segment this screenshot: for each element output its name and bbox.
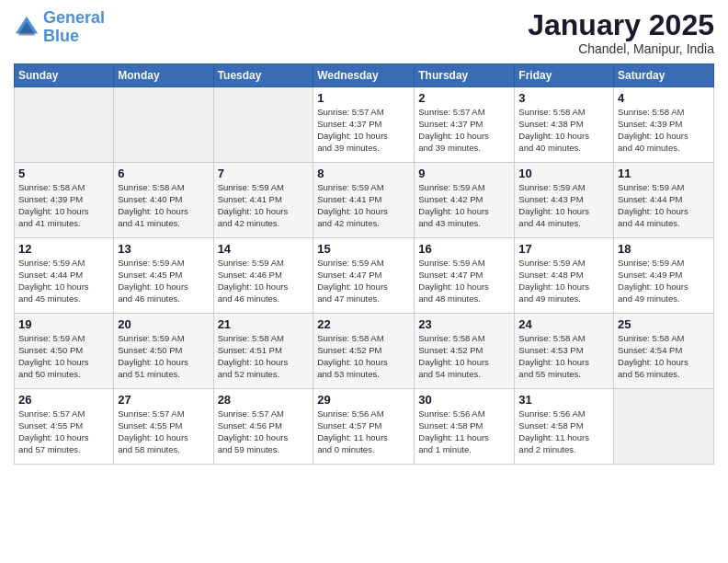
calendar-cell: 4Sunrise: 5:58 AM Sunset: 4:39 PM Daylig…: [614, 87, 714, 163]
calendar-cell: 29Sunrise: 5:56 AM Sunset: 4:57 PM Dayli…: [313, 389, 415, 465]
day-info: Sunrise: 5:59 AM Sunset: 4:50 PM Dayligh…: [118, 333, 209, 380]
logo-text: General Blue: [43, 9, 105, 46]
calendar-table: SundayMondayTuesdayWednesdayThursdayFrid…: [14, 63, 714, 465]
logo-line2: Blue: [43, 27, 79, 45]
calendar-cell: 30Sunrise: 5:56 AM Sunset: 4:58 PM Dayli…: [415, 389, 515, 465]
day-info: Sunrise: 5:58 AM Sunset: 4:52 PM Dayligh…: [317, 333, 410, 380]
day-number: 4: [618, 91, 710, 105]
day-info: Sunrise: 5:59 AM Sunset: 4:41 PM Dayligh…: [317, 182, 410, 229]
day-number: 8: [317, 167, 410, 180]
day-number: 10: [518, 167, 609, 180]
calendar-cell: 20Sunrise: 5:59 AM Sunset: 4:50 PM Dayli…: [114, 314, 213, 389]
weekday-header: Tuesday: [213, 64, 313, 87]
calendar-week-row: 12Sunrise: 5:59 AM Sunset: 4:44 PM Dayli…: [15, 238, 714, 314]
page-container: General Blue January 2025 Chandel, Manip…: [0, 0, 728, 474]
logo: General Blue: [14, 9, 105, 46]
day-info: Sunrise: 5:56 AM Sunset: 4:58 PM Dayligh…: [418, 408, 510, 455]
calendar-week-row: 26Sunrise: 5:57 AM Sunset: 4:55 PM Dayli…: [15, 389, 714, 465]
day-number: 6: [118, 167, 209, 180]
day-number: 29: [317, 393, 410, 407]
day-info: Sunrise: 5:57 AM Sunset: 4:37 PM Dayligh…: [317, 107, 410, 154]
calendar-cell: 10Sunrise: 5:59 AM Sunset: 4:43 PM Dayli…: [515, 163, 614, 238]
calendar-cell: 25Sunrise: 5:58 AM Sunset: 4:54 PM Dayli…: [614, 314, 714, 389]
day-info: Sunrise: 5:56 AM Sunset: 4:58 PM Dayligh…: [518, 408, 609, 455]
calendar-cell: 1Sunrise: 5:57 AM Sunset: 4:37 PM Daylig…: [313, 87, 415, 163]
day-info: Sunrise: 5:59 AM Sunset: 4:48 PM Dayligh…: [518, 258, 609, 304]
day-info: Sunrise: 5:59 AM Sunset: 4:44 PM Dayligh…: [618, 182, 710, 229]
calendar-cell: 3Sunrise: 5:58 AM Sunset: 4:38 PM Daylig…: [515, 87, 614, 163]
day-info: Sunrise: 5:57 AM Sunset: 4:55 PM Dayligh…: [18, 408, 109, 455]
day-number: 11: [618, 167, 710, 180]
calendar-cell: 13Sunrise: 5:59 AM Sunset: 4:45 PM Dayli…: [114, 238, 213, 314]
day-info: Sunrise: 5:59 AM Sunset: 4:44 PM Dayligh…: [18, 258, 109, 304]
day-info: Sunrise: 5:58 AM Sunset: 4:39 PM Dayligh…: [18, 182, 109, 229]
calendar-cell: 2Sunrise: 5:57 AM Sunset: 4:37 PM Daylig…: [415, 87, 515, 163]
day-number: 26: [18, 393, 109, 407]
calendar-cell: 14Sunrise: 5:59 AM Sunset: 4:46 PM Dayli…: [213, 238, 313, 314]
day-number: 14: [218, 242, 310, 256]
calendar-cell: [614, 389, 714, 465]
calendar-cell: 19Sunrise: 5:59 AM Sunset: 4:50 PM Dayli…: [15, 314, 114, 389]
day-info: Sunrise: 5:58 AM Sunset: 4:39 PM Dayligh…: [618, 107, 710, 154]
weekday-header: Saturday: [614, 64, 714, 87]
calendar-cell: 17Sunrise: 5:59 AM Sunset: 4:48 PM Dayli…: [515, 238, 614, 314]
calendar-cell: 24Sunrise: 5:58 AM Sunset: 4:53 PM Dayli…: [515, 314, 614, 389]
day-info: Sunrise: 5:59 AM Sunset: 4:47 PM Dayligh…: [418, 258, 510, 304]
day-info: Sunrise: 5:56 AM Sunset: 4:57 PM Dayligh…: [317, 408, 410, 455]
calendar-cell: 8Sunrise: 5:59 AM Sunset: 4:41 PM Daylig…: [313, 163, 415, 238]
day-number: 30: [418, 393, 510, 407]
title-block: January 2025 Chandel, Manipur, India: [528, 9, 714, 56]
calendar-cell: 16Sunrise: 5:59 AM Sunset: 4:47 PM Dayli…: [415, 238, 515, 314]
day-info: Sunrise: 5:58 AM Sunset: 4:51 PM Dayligh…: [218, 333, 310, 380]
calendar-cell: 27Sunrise: 5:57 AM Sunset: 4:55 PM Dayli…: [114, 389, 213, 465]
calendar-cell: 9Sunrise: 5:59 AM Sunset: 4:42 PM Daylig…: [415, 163, 515, 238]
day-info: Sunrise: 5:58 AM Sunset: 4:40 PM Dayligh…: [118, 182, 209, 229]
day-number: 7: [218, 167, 310, 180]
calendar-week-row: 5Sunrise: 5:58 AM Sunset: 4:39 PM Daylig…: [15, 163, 714, 238]
day-number: 16: [418, 242, 510, 256]
calendar-cell: 6Sunrise: 5:58 AM Sunset: 4:40 PM Daylig…: [114, 163, 213, 238]
day-number: 15: [317, 242, 410, 256]
day-info: Sunrise: 5:57 AM Sunset: 4:55 PM Dayligh…: [118, 408, 209, 455]
day-number: 13: [118, 242, 209, 256]
calendar-cell: 5Sunrise: 5:58 AM Sunset: 4:39 PM Daylig…: [15, 163, 114, 238]
day-info: Sunrise: 5:59 AM Sunset: 4:45 PM Dayligh…: [118, 258, 209, 304]
calendar-week-row: 1Sunrise: 5:57 AM Sunset: 4:37 PM Daylig…: [15, 87, 714, 163]
day-number: 19: [18, 317, 109, 331]
calendar-cell: [114, 87, 213, 163]
calendar-cell: 12Sunrise: 5:59 AM Sunset: 4:44 PM Dayli…: [15, 238, 114, 314]
day-number: 20: [118, 317, 209, 331]
weekday-header-row: SundayMondayTuesdayWednesdayThursdayFrid…: [15, 64, 714, 87]
calendar-cell: 18Sunrise: 5:59 AM Sunset: 4:49 PM Dayli…: [614, 238, 714, 314]
weekday-header: Thursday: [415, 64, 515, 87]
day-number: 24: [518, 317, 609, 331]
weekday-header: Wednesday: [313, 64, 415, 87]
calendar-cell: 15Sunrise: 5:59 AM Sunset: 4:47 PM Dayli…: [313, 238, 415, 314]
day-number: 25: [618, 317, 710, 331]
day-number: 28: [218, 393, 310, 407]
calendar-cell: 21Sunrise: 5:58 AM Sunset: 4:51 PM Dayli…: [213, 314, 313, 389]
day-info: Sunrise: 5:59 AM Sunset: 4:46 PM Dayligh…: [218, 258, 310, 304]
calendar-cell: 23Sunrise: 5:58 AM Sunset: 4:52 PM Dayli…: [415, 314, 515, 389]
calendar-cell: 22Sunrise: 5:58 AM Sunset: 4:52 PM Dayli…: [313, 314, 415, 389]
day-number: 3: [518, 91, 609, 105]
day-number: 23: [418, 317, 510, 331]
calendar-cell: [15, 87, 114, 163]
logo-line1: General: [43, 8, 105, 27]
weekday-header: Sunday: [15, 64, 114, 87]
day-number: 9: [418, 167, 510, 180]
day-info: Sunrise: 5:58 AM Sunset: 4:53 PM Dayligh…: [518, 333, 609, 380]
month-title: January 2025: [528, 9, 714, 41]
calendar-cell: 26Sunrise: 5:57 AM Sunset: 4:55 PM Dayli…: [15, 389, 114, 465]
day-info: Sunrise: 5:57 AM Sunset: 4:37 PM Dayligh…: [418, 107, 510, 154]
day-number: 12: [18, 242, 109, 256]
logo-icon: [14, 15, 40, 40]
day-info: Sunrise: 5:59 AM Sunset: 4:43 PM Dayligh…: [518, 182, 609, 229]
day-number: 2: [418, 91, 510, 105]
calendar-cell: 28Sunrise: 5:57 AM Sunset: 4:56 PM Dayli…: [213, 389, 313, 465]
day-number: 31: [518, 393, 609, 407]
weekday-header: Monday: [114, 64, 213, 87]
calendar-cell: [213, 87, 313, 163]
day-info: Sunrise: 5:58 AM Sunset: 4:54 PM Dayligh…: [618, 333, 710, 380]
day-info: Sunrise: 5:59 AM Sunset: 4:47 PM Dayligh…: [317, 258, 410, 304]
